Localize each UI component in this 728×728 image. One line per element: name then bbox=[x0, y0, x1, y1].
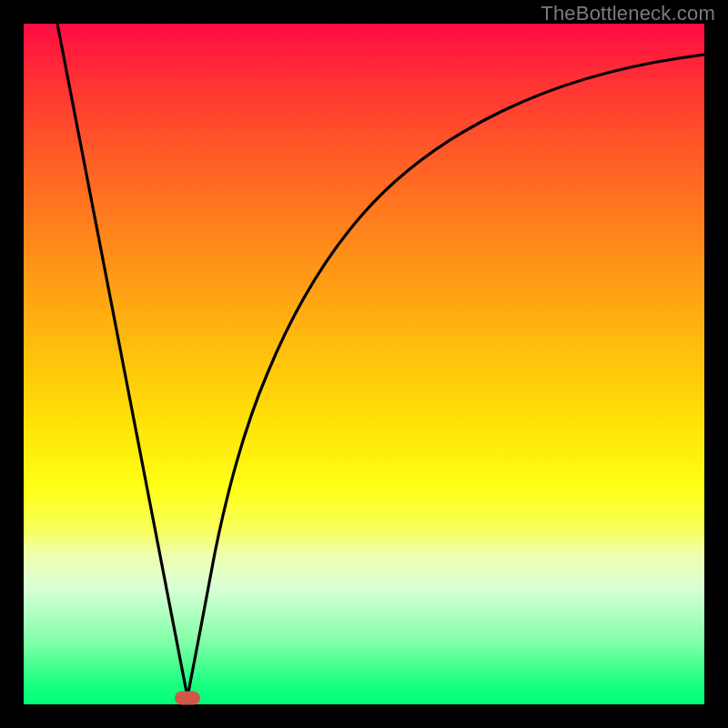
well-marker bbox=[175, 692, 200, 705]
curve-svg bbox=[24, 24, 704, 704]
watermark-text: TheBottleneck.com bbox=[541, 2, 715, 25]
plot-area bbox=[24, 24, 704, 704]
chart-frame: TheBottleneck.com bbox=[0, 0, 728, 728]
curve-path bbox=[57, 24, 704, 697]
